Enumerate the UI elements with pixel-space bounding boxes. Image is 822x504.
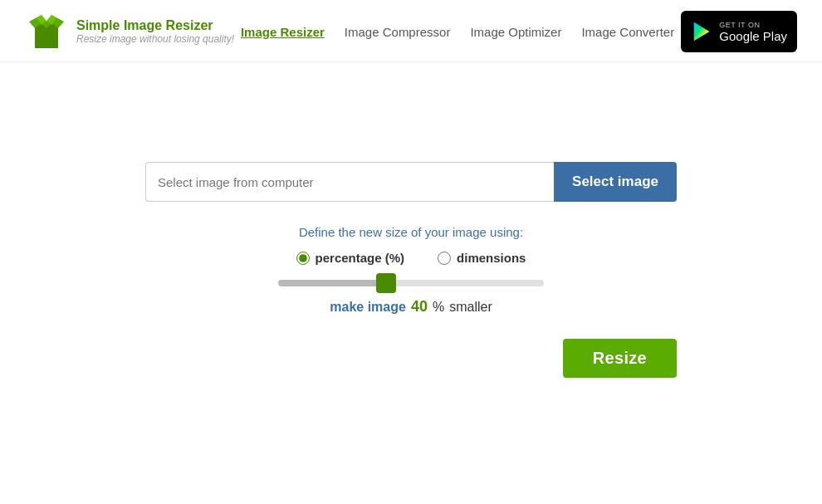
brand-name: Simple Image Resizer	[76, 18, 234, 33]
header-right: GET IT ON Google Play	[681, 11, 797, 52]
radio-percentage-input[interactable]	[296, 252, 310, 265]
file-path-input[interactable]	[145, 162, 554, 202]
radio-dimensions-input[interactable]	[438, 252, 451, 265]
header: Simple Image Resizer Resize image withou…	[0, 0, 822, 62]
radio-dimensions-label: dimensions	[457, 251, 526, 265]
nav-image-optimizer[interactable]: Image Optimizer	[470, 25, 561, 39]
main-content: Select image Define the new size of your…	[0, 62, 822, 378]
google-play-label: Google Play	[719, 29, 787, 43]
make-image-row: make image 40 % smaller	[330, 298, 492, 316]
main-nav: Image Resizer Image Compressor Image Opt…	[241, 25, 674, 39]
radio-group: percentage (%) dimensions	[296, 251, 526, 265]
size-options-label: Define the new size of your image using:	[299, 225, 523, 239]
brand-section: Simple Image Resizer Resize image withou…	[25, 10, 234, 53]
file-input-row: Select image	[145, 162, 677, 202]
radio-dimensions[interactable]: dimensions	[438, 251, 526, 265]
google-play-badge[interactable]: GET IT ON Google Play	[681, 11, 797, 52]
get-it-on-label: GET IT ON	[719, 21, 787, 29]
resize-button[interactable]: Resize	[563, 339, 677, 378]
nav-image-converter[interactable]: Image Converter	[581, 25, 674, 39]
make-image-prefix: make image	[330, 300, 406, 315]
smaller-text: smaller	[449, 300, 492, 315]
logo-icon	[25, 10, 68, 53]
radio-percentage-label: percentage (%)	[316, 251, 405, 265]
radio-percentage[interactable]: percentage (%)	[296, 251, 405, 265]
brand-tagline: Resize image without losing quality!	[76, 33, 234, 45]
size-options: Define the new size of your image using:…	[278, 225, 544, 316]
resize-button-container: Resize	[145, 339, 677, 378]
brand-text: Simple Image Resizer Resize image withou…	[76, 18, 234, 45]
percent-sign: %	[433, 300, 444, 315]
play-text: GET IT ON Google Play	[719, 21, 787, 43]
svg-marker-3	[694, 22, 710, 42]
percentage-value: 40	[411, 298, 428, 316]
nav-image-resizer[interactable]: Image Resizer	[241, 25, 325, 39]
nav-image-compressor[interactable]: Image Compressor	[345, 25, 451, 39]
size-slider[interactable]	[278, 280, 544, 286]
play-store-icon	[691, 20, 712, 43]
select-image-button[interactable]: Select image	[554, 162, 677, 202]
